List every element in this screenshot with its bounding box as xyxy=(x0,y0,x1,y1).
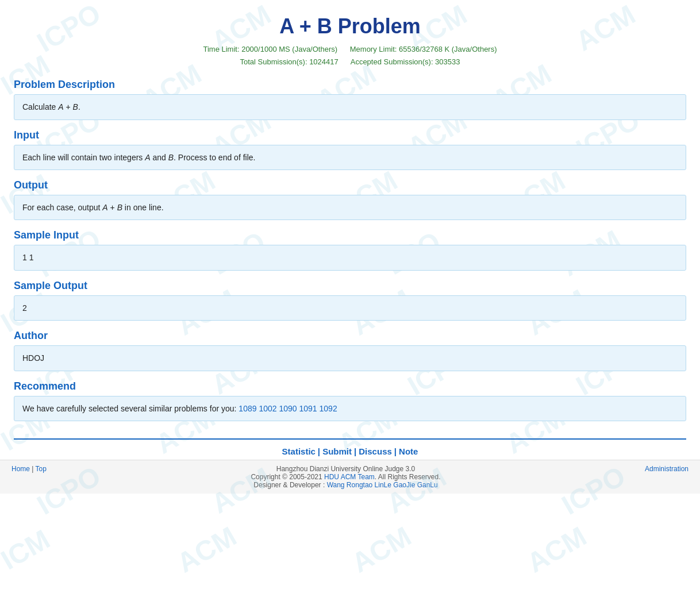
footer-line1: Hangzhou Dianzi University Online Judge … xyxy=(251,465,440,473)
problem-description-box: Calculate A + B. xyxy=(14,94,686,120)
footer-line2: Copyright © 2005-2021 HDU ACM Team. All … xyxy=(251,473,440,481)
sample-input-text: 1 1 xyxy=(22,253,33,262)
accepted-submissions: Accepted Submission(s): 303533 xyxy=(351,57,460,66)
output-text: For each case, output A + B in one line. xyxy=(22,203,164,212)
footer-line3: Designer & Developer : Wang Rongtao LinL… xyxy=(251,481,440,489)
hdu-acm-team-link[interactable]: HDU ACM Team xyxy=(324,473,375,481)
recommend-link-1089[interactable]: 1089 xyxy=(239,404,256,413)
output-box: For each case, output A + B in one line. xyxy=(14,195,686,220)
note-link[interactable]: Note xyxy=(399,446,418,456)
input-heading: Input xyxy=(14,129,686,141)
separator-3: | xyxy=(394,446,399,456)
author-box: HDOJ xyxy=(14,345,686,371)
recommend-link-1092[interactable]: 1092 xyxy=(320,404,337,413)
discuss-link[interactable]: Discuss xyxy=(359,446,392,456)
linle-link[interactable]: LinLe xyxy=(375,481,391,489)
footer-copyright-pre: Copyright © 2005-2021 xyxy=(251,473,324,481)
problem-description-text: Calculate A + B. xyxy=(22,102,80,111)
footer-copyright-post: . All Rights Reserved. xyxy=(375,473,441,481)
footer-left: Home | Top xyxy=(11,465,47,473)
footer-designer-pre: Designer & Developer : xyxy=(253,481,326,489)
recommend-box: We have carefully selected several simil… xyxy=(14,396,686,421)
ganlu-link[interactable]: GanLu xyxy=(417,481,438,489)
recommend-link-1091[interactable]: 1091 xyxy=(299,404,317,413)
output-heading: Output xyxy=(14,179,686,191)
author-text: HDOJ xyxy=(22,353,44,363)
page-title: A + B Problem xyxy=(14,6,686,43)
bottom-footer: Home | Top Hangzhou Dianzi University On… xyxy=(0,460,700,494)
input-box: Each line will contain two integers A an… xyxy=(14,145,686,170)
home-link[interactable]: Home xyxy=(11,465,30,473)
separator-1: | xyxy=(318,446,322,456)
recommend-heading: Recommend xyxy=(14,380,686,392)
input-text: Each line will contain two integers A an… xyxy=(22,153,255,162)
author-heading: Author xyxy=(14,330,686,342)
sample-input-box: 1 1 xyxy=(14,245,686,270)
sample-output-text: 2 xyxy=(22,303,27,313)
footer-right: Administration xyxy=(645,465,689,473)
problem-description-heading: Problem Description xyxy=(14,79,686,91)
total-submissions: Total Submission(s): 1024417 xyxy=(240,57,338,66)
top-link[interactable]: Top xyxy=(36,465,47,473)
time-limit: Time Limit: 2000/1000 MS (Java/Others) xyxy=(203,45,337,53)
administration-link[interactable]: Administration xyxy=(645,465,689,473)
statistic-link[interactable]: Statistic xyxy=(282,446,316,456)
gaojie-link[interactable]: GaoJie xyxy=(393,481,415,489)
footer-center-text: Hangzhou Dianzi University Online Judge … xyxy=(251,465,440,489)
recommend-link-1002[interactable]: 1002 xyxy=(259,404,276,413)
recommend-link-1090[interactable]: 1090 xyxy=(279,404,297,413)
action-bar: Statistic | Submit | Discuss | Note xyxy=(14,438,686,460)
recommend-prefix: We have carefully selected several simil… xyxy=(22,404,239,413)
sample-output-heading: Sample Output xyxy=(14,280,686,292)
sample-output-box: 2 xyxy=(14,295,686,321)
wang-rongtao-link[interactable]: Wang Rongtao xyxy=(327,481,373,489)
memory-limit: Memory Limit: 65536/32768 K (Java/Others… xyxy=(350,45,497,53)
sample-input-heading: Sample Input xyxy=(14,229,686,241)
submit-link[interactable]: Submit xyxy=(322,446,352,456)
meta-info: Time Limit: 2000/1000 MS (Java/Others) M… xyxy=(14,43,686,68)
